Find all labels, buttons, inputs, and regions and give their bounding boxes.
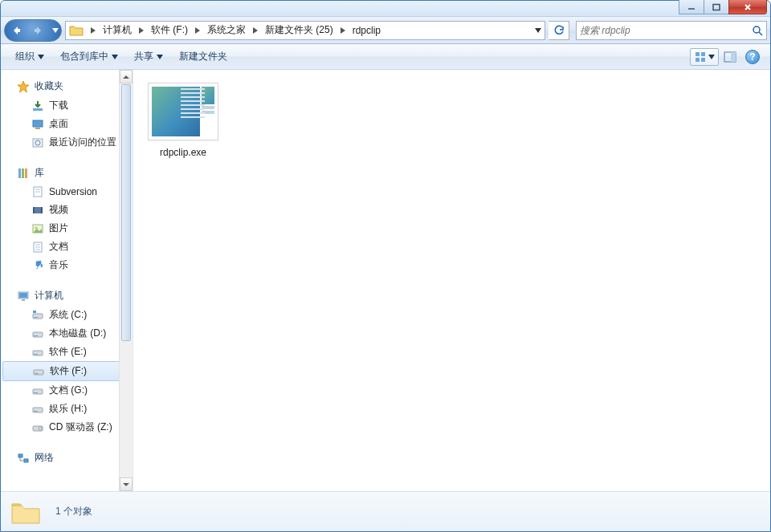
file-name-label: rdpclip.exe <box>160 147 206 158</box>
svg-rect-8 <box>696 58 700 62</box>
sidebar-group-network[interactable]: 网络 <box>1 448 133 468</box>
svg-rect-42 <box>34 370 43 375</box>
sidebar-group-favorites[interactable]: 收藏夹 <box>1 76 133 96</box>
svg-rect-39 <box>34 335 38 336</box>
svg-rect-37 <box>33 311 36 313</box>
breadcrumb-separator-icon[interactable] <box>193 22 202 39</box>
svg-rect-50 <box>18 454 22 457</box>
file-thumbnail <box>148 83 218 140</box>
sidebar-scrollbar[interactable] <box>119 70 133 491</box>
sidebar-group-label: 计算机 <box>35 289 63 303</box>
view-options-button[interactable] <box>690 48 719 66</box>
sidebar-group-label: 库 <box>35 166 44 180</box>
sidebar-item-drive-z[interactable]: CD 驱动器 (Z:) <box>1 418 133 437</box>
new-folder-button[interactable]: 新建文件夹 <box>171 44 235 69</box>
search-bar[interactable] <box>576 21 767 40</box>
sidebar-item-drive-c[interactable]: 系统 (C:) <box>1 306 133 324</box>
sidebar-item-downloads[interactable]: 下载 <box>1 96 133 115</box>
navigation-pane[interactable]: 收藏夹 下载 桌面 最近访问的位置 库 <box>1 70 133 491</box>
svg-rect-41 <box>34 354 38 355</box>
sidebar-item-documents[interactable]: 文档 <box>1 238 133 256</box>
share-button[interactable]: 共享 <box>126 44 171 69</box>
sidebar-group-computer[interactable]: 计算机 <box>1 286 133 306</box>
network-icon <box>17 452 30 465</box>
music-icon <box>31 259 44 272</box>
sidebar-item-recent[interactable]: 最近访问的位置 <box>1 133 133 152</box>
sidebar-item-label: CD 驱动器 (Z:) <box>49 420 112 434</box>
sidebar-item-subversion[interactable]: Subversion <box>1 183 133 201</box>
drive-icon <box>32 365 45 378</box>
address-dropdown[interactable] <box>530 22 545 39</box>
breadcrumb-item[interactable]: 新建文件夹 (25) <box>260 22 338 39</box>
forward-button[interactable] <box>27 20 50 41</box>
nav-arrows <box>4 19 62 42</box>
content-pane[interactable]: rdpclip.exe <box>133 70 770 491</box>
command-bar: 组织 包含到库中 共享 新建文件夹 ? <box>1 44 770 70</box>
breadcrumb-separator-icon[interactable] <box>251 22 260 39</box>
drive-icon <box>31 346 44 359</box>
scroll-thumb[interactable] <box>121 84 131 341</box>
scroll-down-button[interactable] <box>120 477 133 491</box>
minimize-button[interactable] <box>679 0 704 14</box>
sidebar-item-pictures[interactable]: 图片 <box>1 219 133 238</box>
sidebar-group-label: 网络 <box>35 451 54 465</box>
star-icon <box>17 80 30 93</box>
maximize-button[interactable] <box>704 0 729 14</box>
breadcrumb-separator-icon[interactable] <box>338 22 348 39</box>
help-button[interactable]: ? <box>741 48 764 66</box>
file-item[interactable]: rdpclip.exe <box>143 83 223 158</box>
library-icon <box>17 167 30 180</box>
refresh-button[interactable] <box>549 21 569 40</box>
svg-rect-19 <box>25 169 27 178</box>
help-icon: ? <box>745 50 760 64</box>
svg-rect-47 <box>34 411 38 412</box>
include-in-library-button[interactable]: 包含到库中 <box>52 44 126 69</box>
include-label: 包含到库中 <box>60 50 108 63</box>
sidebar-group-label: 收藏夹 <box>35 79 63 93</box>
svg-rect-40 <box>33 351 43 355</box>
breadcrumb-separator-icon[interactable] <box>137 22 146 39</box>
document-icon <box>31 185 44 198</box>
breadcrumb-item[interactable]: 计算机 <box>98 22 137 39</box>
svg-rect-46 <box>33 408 43 412</box>
svg-rect-33 <box>19 293 27 298</box>
sidebar-item-label: 下载 <box>49 99 68 112</box>
sidebar-item-label: 图片 <box>49 221 68 235</box>
sidebar-item-drive-h[interactable]: 娱乐 (H:) <box>1 400 133 418</box>
breadcrumb-item[interactable]: 系统之家 <box>202 22 251 39</box>
preview-pane-button[interactable] <box>719 48 741 66</box>
chevron-down-icon <box>157 55 163 59</box>
address-bar[interactable]: 计算机 软件 (F:) 系统之家 新建文件夹 (25) rdpclip <box>65 21 545 40</box>
breadcrumb-item[interactable]: 软件 (F:) <box>146 22 193 39</box>
svg-rect-12 <box>33 108 43 111</box>
video-icon <box>31 204 44 217</box>
sidebar-item-label: 最近访问的位置 <box>49 136 116 149</box>
svg-rect-17 <box>18 169 21 178</box>
sidebar-item-desktop[interactable]: 桌面 <box>1 115 133 133</box>
sidebar-item-videos[interactable]: 视频 <box>1 201 133 219</box>
scroll-up-button[interactable] <box>120 70 133 83</box>
view-icon <box>694 51 707 63</box>
nav-history-dropdown[interactable] <box>50 20 61 41</box>
search-input[interactable] <box>580 25 752 36</box>
organize-button[interactable]: 组织 <box>7 44 52 69</box>
chevron-down-icon <box>708 55 715 59</box>
sidebar-item-drive-g[interactable]: 文档 (G:) <box>1 381 133 400</box>
sidebar-item-label: 文档 (G:) <box>49 384 88 397</box>
drive-icon <box>31 309 44 322</box>
sidebar-group-libraries[interactable]: 库 <box>1 163 133 183</box>
svg-rect-34 <box>22 299 25 301</box>
chevron-down-icon <box>112 55 118 59</box>
breadcrumb-item[interactable]: rdpclip <box>348 22 386 39</box>
drive-icon <box>31 403 44 416</box>
sidebar-item-drive-d[interactable]: 本地磁盘 (D:) <box>1 324 133 343</box>
sidebar-item-drive-f[interactable]: 软件 (F:) <box>2 361 131 381</box>
back-button[interactable] <box>5 20 27 41</box>
close-button[interactable] <box>728 0 767 14</box>
breadcrumb-separator-icon[interactable] <box>88 22 98 39</box>
svg-rect-18 <box>22 169 24 178</box>
sidebar-item-label: 软件 (E:) <box>49 345 87 359</box>
sidebar-item-music[interactable]: 音乐 <box>1 256 133 274</box>
svg-rect-1 <box>713 4 720 10</box>
sidebar-item-drive-e[interactable]: 软件 (E:) <box>1 343 133 361</box>
